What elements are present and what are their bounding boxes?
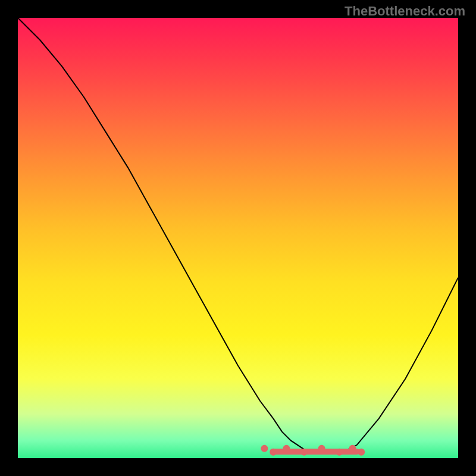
optimal-marker: [318, 445, 325, 452]
bottleneck-curve: [18, 18, 458, 454]
optimal-marker: [358, 449, 365, 456]
chart-plot-area: [18, 18, 458, 458]
watermark-text: TheBottleneck.com: [345, 4, 465, 19]
optimal-marker: [300, 449, 308, 456]
optimal-marker: [349, 445, 356, 452]
optimal-marker: [283, 445, 290, 452]
optimal-marker: [270, 449, 277, 456]
chart-svg: [18, 18, 458, 458]
optimal-marker: [336, 449, 343, 456]
optimal-region: [261, 445, 365, 456]
optimal-marker: [261, 445, 268, 452]
